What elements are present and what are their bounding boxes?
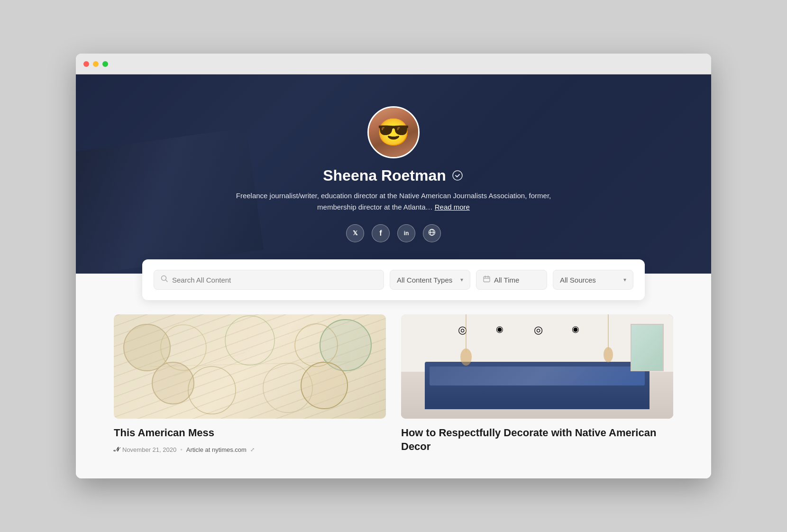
window-maximize-dot[interactable] <box>102 61 108 67</box>
meta-separator-1: • <box>180 446 183 453</box>
facebook-icon: f <box>379 229 382 238</box>
content-grid: This American Mess 𝒩 November 21, 2020 •… <box>76 300 711 478</box>
article-illustration-1 <box>114 314 386 419</box>
svg-rect-6 <box>484 277 490 282</box>
sources-label: All Sources <box>560 276 596 284</box>
svg-point-10 <box>161 325 206 370</box>
facebook-button[interactable]: f <box>372 224 390 242</box>
social-icons-row: 𝕏 f in <box>346 224 441 242</box>
avatar-image <box>369 108 418 157</box>
svg-point-20 <box>604 347 613 362</box>
content-types-label: All Content Types <box>397 276 452 284</box>
window-minimize-dot[interactable] <box>93 61 99 67</box>
linkedin-button[interactable]: in <box>397 224 415 242</box>
article-title-2: How to Respectfully Decorate with Native… <box>401 426 673 453</box>
article-card-2[interactable]: ◎ ◉ ◎ ◉ How to Respectfully Decorate wit… <box>401 314 673 459</box>
time-label: All Time <box>494 276 519 284</box>
browser-chrome <box>76 54 711 74</box>
calendar-icon <box>483 275 490 284</box>
article-source-type-1: Article at nytimes.com <box>186 446 247 453</box>
svg-point-14 <box>263 363 312 413</box>
profile-name: Sheena Roetman <box>323 167 464 184</box>
svg-point-0 <box>453 171 462 180</box>
search-bar-card: All Content Types ▾ All Time All Sources… <box>142 259 645 300</box>
svg-point-18 <box>460 349 472 366</box>
svg-point-13 <box>188 367 236 414</box>
svg-line-16 <box>174 352 245 376</box>
external-link-icon-1[interactable]: ⤢ <box>250 447 255 453</box>
bio-text: Freelance journalist/writer, education d… <box>236 192 551 211</box>
svg-point-11 <box>225 316 275 365</box>
article-date-1: November 21, 2020 <box>122 446 176 453</box>
verified-icon <box>451 169 464 182</box>
globe-icon <box>428 229 436 238</box>
window-close-dot[interactable] <box>83 61 89 67</box>
twitter-button[interactable]: 𝕏 <box>346 224 364 242</box>
hero-content: Sheena Roetman Freelance journalist/writ… <box>213 106 574 242</box>
profile-bio: Freelance journalist/writer, education d… <box>232 190 555 213</box>
website-button[interactable] <box>423 224 441 242</box>
article-source-link-1[interactable]: nytimes.com <box>212 446 247 453</box>
article-image-2: ◎ ◉ ◎ ◉ <box>401 314 673 419</box>
svg-point-12 <box>295 324 338 367</box>
chevron-down-icon: ▾ <box>460 276 463 283</box>
nyt-logo-1: 𝒩 <box>114 446 119 453</box>
browser-window: Sheena Roetman Freelance journalist/writ… <box>76 54 711 478</box>
read-more-link[interactable]: Read more <box>435 203 470 211</box>
search-input-wrapper[interactable] <box>154 270 384 290</box>
article-photo-2: ◎ ◉ ◎ ◉ <box>401 314 673 419</box>
time-filter-button[interactable]: All Time <box>476 270 547 290</box>
avatar <box>367 106 420 158</box>
sources-dropdown[interactable]: All Sources ▾ <box>553 270 633 290</box>
content-types-dropdown[interactable]: All Content Types ▾ <box>390 270 470 290</box>
chevron-down-icon-sources: ▾ <box>623 276 626 283</box>
twitter-icon: 𝕏 <box>353 229 357 237</box>
search-icon <box>161 275 168 284</box>
article-title-1: This American Mess <box>114 426 386 440</box>
svg-line-5 <box>166 280 168 282</box>
article-card-1[interactable]: This American Mess 𝒩 November 21, 2020 •… <box>114 314 386 459</box>
article-image-1 <box>114 314 386 419</box>
search-input[interactable] <box>172 276 377 284</box>
svg-line-15 <box>150 362 349 367</box>
hero-section: Sheena Roetman Freelance journalist/writ… <box>76 74 711 274</box>
linkedin-icon: in <box>404 230 409 237</box>
article-meta-1: 𝒩 November 21, 2020 • Article at nytimes… <box>114 446 386 453</box>
name-text: Sheena Roetman <box>323 167 446 184</box>
